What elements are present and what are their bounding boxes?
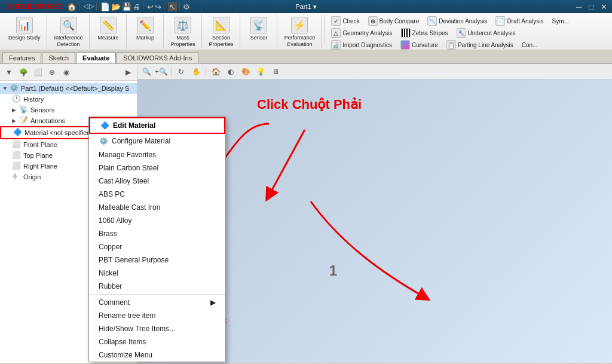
tree-item-part1[interactable]: ▼ ⚙️ Part1 (Default) <<Default>_Display … xyxy=(0,83,137,94)
check-icon: ✓ xyxy=(331,16,341,26)
canvas-pan[interactable]: ✋ xyxy=(189,65,203,78)
import-diag-icon: 🔬 xyxy=(331,40,341,50)
tab-features[interactable]: Features xyxy=(2,52,41,63)
nickel-label: Nickel xyxy=(99,269,118,277)
tree-label-sensors: Sensors xyxy=(30,106,54,114)
rename-label: Rename tree item xyxy=(99,311,155,320)
geometry-button[interactable]: △ Geometry Analysis xyxy=(329,27,394,38)
tree-toggle-sensors[interactable]: ▶ xyxy=(12,107,19,113)
window-close[interactable]: ✕ xyxy=(601,2,607,11)
menu-item-customize[interactable]: Customize Menu xyxy=(89,348,225,362)
material-icon: 🔷 xyxy=(13,128,23,137)
parting-button[interactable]: 📋 Parting Line Analysis xyxy=(445,39,515,50)
titlebar-nav[interactable]: 🏠 │ ◁ ▷ │ 📄 📂 💾 🖨 │ ↩ ↪ │ ↖ │ ⚙ xyxy=(67,2,190,11)
menu-item-configure-material[interactable]: ⚙️ Configure Material xyxy=(89,134,225,148)
canvas-zoom-to-fit[interactable]: 🔍 xyxy=(140,65,153,78)
menu-item-copper[interactable]: Copper xyxy=(89,240,225,253)
con-button[interactable]: Con... xyxy=(520,39,540,50)
canvas-sep2 xyxy=(206,67,206,77)
nav-cursor[interactable]: ↖ xyxy=(168,2,177,11)
menu-item-comment[interactable]: Comment ▶ xyxy=(89,296,225,309)
canvas-zoom-in[interactable]: +🔍 xyxy=(155,65,168,78)
nav-icon-home[interactable]: 🏠 xyxy=(67,2,76,11)
body-compare-button[interactable]: ⊕ Body Compare xyxy=(366,16,421,26)
ribbon-group-interference: 🔍 InterferenceDetection xyxy=(48,14,90,48)
check-button[interactable]: ✓ Check xyxy=(329,16,361,26)
nav-back[interactable]: ◁ xyxy=(83,2,88,11)
deviation-button[interactable]: 📉 Deviation Analysis xyxy=(426,16,489,26)
menu-item-abs-pc[interactable]: ABS PC xyxy=(89,188,225,201)
performance-label: PerformanceEvaluation xyxy=(284,35,316,48)
nav-print[interactable]: 🖨 xyxy=(133,2,140,11)
import-diag-label: Import Diagnostics xyxy=(342,42,392,48)
interference-label: InterferenceDetection xyxy=(54,35,83,48)
edit-material-icon: 🔷 xyxy=(100,121,109,130)
1060-alloy-label: 1060 Alloy xyxy=(99,216,131,225)
canvas-view-orient[interactable]: 🏠 xyxy=(209,65,222,78)
tree-toggle-annotations[interactable]: ▶ xyxy=(12,118,19,124)
mass-button[interactable]: ⚖️ MassProperties xyxy=(169,16,198,49)
nav-open[interactable]: 📂 xyxy=(111,2,121,11)
draft-button[interactable]: 📄 Draft Analysis xyxy=(494,16,545,26)
menu-item-collapse[interactable]: Collapse Items xyxy=(89,335,225,348)
measure-button[interactable]: 📏 Measure xyxy=(96,16,121,42)
menu-item-malleable-cast-iron[interactable]: Malleable Cast Iron xyxy=(89,201,225,214)
undercut-button[interactable]: 🔧 Undercut Analysis xyxy=(455,27,518,38)
menu-item-rubber[interactable]: Rubber xyxy=(89,280,225,293)
menu-item-nickel[interactable]: Nickel xyxy=(89,267,225,280)
menu-item-1060-alloy[interactable]: 1060 Alloy xyxy=(89,214,225,227)
tree-item-history[interactable]: 🕐 History xyxy=(0,94,137,105)
sym-button[interactable]: Sym... xyxy=(550,16,571,26)
customize-label: Customize Menu xyxy=(99,351,152,359)
geometry-icon: △ xyxy=(331,28,341,38)
window-minimize[interactable]: ─ xyxy=(576,2,582,11)
menu-item-hide-show[interactable]: Hide/Show Tree Items... xyxy=(89,322,225,335)
zebra-button[interactable]: Zebra Stripes xyxy=(399,27,450,38)
canvas-display-style[interactable]: ◐ xyxy=(224,65,237,78)
menu-item-brass[interactable]: Brass xyxy=(89,227,225,240)
window-maximize[interactable]: □ xyxy=(589,2,593,11)
menu-item-rename[interactable]: Rename tree item xyxy=(89,309,225,322)
sidebar-tool-view[interactable]: ◉ xyxy=(60,66,73,79)
menu-item-cast-alloy-steel[interactable]: Cast Alloy Steel xyxy=(89,175,225,188)
sidebar-tool-tree[interactable]: 🌳 xyxy=(17,66,30,79)
nav-forward[interactable]: ▷ xyxy=(89,2,94,11)
import-diag-button[interactable]: 🔬 Import Diagnostics xyxy=(329,39,394,50)
canvas-scene[interactable]: 🎨 xyxy=(239,65,252,78)
menu-item-edit-material[interactable]: 🔷 Edit Material xyxy=(89,117,225,134)
nav-save[interactable]: 💾 xyxy=(122,2,131,11)
sidebar-tool-filter[interactable]: ▼ xyxy=(2,66,16,79)
nav-new[interactable]: 📄 xyxy=(100,2,110,11)
markup-button[interactable]: ✏️ Markup xyxy=(134,16,157,42)
nav-more[interactable]: ⚙ xyxy=(183,2,190,11)
tree-item-sensors[interactable]: ▶ 📡 Sensors xyxy=(0,105,137,115)
interference-button[interactable]: 🔍 InterferenceDetection xyxy=(52,16,85,49)
section-button[interactable]: 📐 SectionProperties xyxy=(207,16,236,49)
tab-solidworks-addins[interactable]: SOLIDWORKS Add-Ins xyxy=(117,52,198,63)
canvas-lights[interactable]: 💡 xyxy=(254,65,267,78)
curvature-button[interactable]: Curvature xyxy=(399,39,440,50)
tree-label-origin: Origin xyxy=(23,173,41,181)
nav-separator2: │ xyxy=(95,2,99,11)
comment-label: Comment xyxy=(99,298,130,307)
nav-undo[interactable]: ↩ xyxy=(147,2,154,11)
sidebar-tool-add[interactable]: ⊕ xyxy=(45,66,59,79)
tab-sketch[interactable]: Sketch xyxy=(42,52,75,63)
design-study-button[interactable]: 📊 Design Study xyxy=(6,16,43,42)
canvas-rotate[interactable]: ↻ xyxy=(175,65,188,78)
sensor-button[interactable]: 📡 Sensor xyxy=(248,16,270,42)
performance-button[interactable]: ⚡ PerformanceEvaluation xyxy=(282,16,318,49)
sidebar-tool-collapse[interactable]: ▶ xyxy=(121,66,134,79)
tree-toggle-part1[interactable]: ▼ xyxy=(2,85,10,91)
nav-redo[interactable]: ↪ xyxy=(155,2,161,11)
menu-item-manage-favorites[interactable]: Manage Favorites xyxy=(89,148,225,161)
menu-item-plain-carbon-steel[interactable]: Plain Carbon Steel xyxy=(89,161,225,175)
geometry-label: Geometry Analysis xyxy=(342,30,392,36)
sidebar-tool-properties[interactable]: ⬜ xyxy=(31,66,44,79)
tree-label-material: Material <not specified> xyxy=(25,129,94,136)
ribbon-group-section: 📐 SectionProperties xyxy=(203,14,240,48)
canvas-3d-model[interactable]: 🖥 xyxy=(269,65,282,78)
part1-icon: ⚙️ xyxy=(10,84,19,93)
menu-item-pbt-general[interactable]: PBT General Purpose xyxy=(89,253,225,267)
tab-evaluate[interactable]: Evaluate xyxy=(76,52,116,63)
